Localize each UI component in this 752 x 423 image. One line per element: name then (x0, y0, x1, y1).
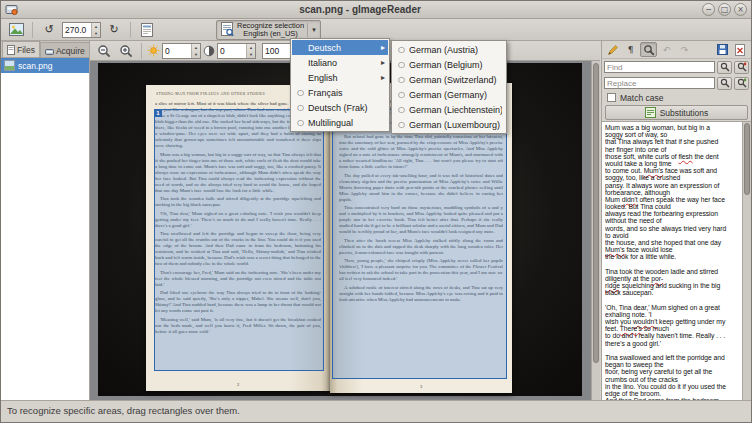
strip-linebreaks-button[interactable]: ¶ (622, 42, 639, 57)
replace-all-button[interactable] (734, 77, 749, 90)
output-word: squelching and sucking in the big (620, 282, 720, 289)
rotation-spinbox[interactable]: 270.0 ▲▼ (62, 22, 101, 38)
toolbar-separator (32, 22, 33, 38)
output-word: Mum's (644, 167, 664, 174)
menu-item-deutsch[interactable]: Deutsch▸ (292, 40, 388, 55)
menu-item-label: German (Switzerland) (409, 75, 502, 85)
tab-files-label: Files (17, 45, 35, 55)
clear-output-button[interactable] (732, 42, 749, 57)
tab-files[interactable]: Files (2, 41, 40, 57)
file-list[interactable]: scan.png (1, 58, 89, 400)
open-button[interactable] (5, 20, 27, 40)
menu-item-multilingual[interactable]: ○Multilingual (292, 115, 388, 130)
substitutions-button[interactable]: Substitutions (605, 105, 748, 120)
replace-input[interactable] (604, 77, 715, 89)
resolution-value: 100 (263, 44, 291, 58)
output-line: began to sweep the (605, 361, 741, 368)
page-controls-button[interactable] (136, 20, 158, 40)
recognize-language: English (en_US) (237, 30, 304, 38)
menu-item-german-austria[interactable]: ○German (Austria) (393, 42, 505, 57)
selection-box-2[interactable]: 2 (332, 109, 507, 379)
recognize-button[interactable]: Recognize selection English (en_US) ▾ (216, 20, 321, 40)
menu-item-label: German (Germany) (409, 90, 502, 100)
submenu-arrow-icon: ▸ (377, 58, 385, 67)
match-case-checkbox[interactable] (607, 93, 616, 102)
substitutions-icon (645, 107, 656, 118)
menu-item-german-luxembourg[interactable]: ○German (Luxembourg) (393, 117, 505, 132)
output-line: 'Oh, Tina dear,' Mum sighed on a great (605, 304, 741, 311)
output-line: soggy, too, like a crushed (605, 174, 741, 181)
scrollbar-thumb[interactable] (593, 63, 599, 363)
output-word: always read the forbearing expression (605, 210, 718, 217)
status-bar: To recognize specific areas, drag rectan… (1, 400, 751, 422)
output-word: edge of the broom. (605, 390, 661, 397)
rotate-right-button[interactable]: ↻ (103, 20, 125, 40)
menu-item-german-liechtenstein[interactable]: ○German (Liechtenstein) (393, 102, 505, 117)
output-line: would take a long time (605, 160, 741, 167)
menu-item-fran-ais[interactable]: ○Français (292, 85, 388, 100)
find-next-button[interactable] (734, 61, 749, 74)
file-list-item[interactable]: scan.png (1, 58, 89, 73)
selection-box-1[interactable]: 1 (154, 109, 324, 371)
menu-item-english[interactable]: English▸ (292, 70, 388, 85)
output-textarea[interactable]: Mum was a big woman, but big in asoggy s… (602, 121, 751, 400)
output-word: without the need of (605, 217, 662, 224)
close-button[interactable]: × (734, 3, 747, 16)
zoom-in-button[interactable] (116, 42, 136, 60)
recognize-menu-arrow[interactable]: ▾ (307, 23, 316, 37)
save-output-button[interactable] (714, 42, 731, 57)
output-word: would take a long time (605, 160, 672, 167)
output-word: 'Oh, Tina dear,' Mum sighed on a great (605, 304, 720, 311)
output-line: wish you wouldn't keep getting under my (605, 318, 741, 325)
redo-button[interactable]: ↷ (676, 42, 693, 57)
undo-button[interactable]: ↶ (658, 42, 675, 57)
output-line (605, 297, 741, 304)
match-case-label: Match case (620, 93, 663, 103)
radio-indicator: ○ (396, 60, 407, 69)
output-word: Mum was a big woman, but big in a (605, 124, 710, 131)
match-case-row: Match case (602, 91, 751, 104)
spin-arrows[interactable]: ▲▼ (191, 44, 200, 58)
menu-item-label: German (Belgium) (409, 60, 502, 70)
output-word: looked. But Tina could (605, 203, 671, 210)
image-file-icon (4, 60, 15, 71)
acquire-icon (45, 47, 54, 55)
output-word: keep getting under my (657, 318, 725, 325)
german-submenu: ○German (Austria)○German (Belgium)○Germa… (391, 40, 507, 134)
scrollbar-thumb[interactable] (744, 123, 750, 195)
menu-item-italiano[interactable]: Italiano▸ (292, 55, 388, 70)
output-scrollbar[interactable] (742, 122, 751, 400)
insert-mode-button[interactable] (604, 42, 621, 57)
menu-item-deutsch-frak[interactable]: ○Deutsch (Frak) (292, 100, 388, 115)
spin-arrows[interactable]: ▲▼ (91, 23, 100, 37)
find-prev-button[interactable] (717, 61, 732, 74)
titlebar: scan.png - gImageReader − □ × (1, 1, 751, 19)
minimize-button[interactable]: − (702, 3, 715, 16)
menu-item-german-belgium[interactable]: ○German (Belgium) (393, 57, 505, 72)
rotate-left-button[interactable]: ↺ (38, 20, 60, 40)
contrast-spinbox[interactable]: 0 ▲▼ (217, 43, 256, 59)
menu-item-german-switzerland[interactable]: ○German (Switzerland) (393, 72, 505, 87)
menu-item-label: Deutsch (308, 43, 375, 53)
output-line: to do and I really haven't time. Really … (605, 332, 741, 339)
spin-arrows[interactable]: ▲▼ (246, 44, 255, 58)
output-toolbar: ¶ ↶ ↷ (602, 41, 751, 59)
output-word: to avoid (605, 232, 628, 239)
output-word: wish you (605, 318, 633, 325)
output-line: there's a good girl.' (605, 340, 741, 347)
output-text[interactable]: Mum was a big woman, but big in asoggy s… (605, 124, 741, 400)
tab-acquire-label: Acquire (56, 46, 85, 56)
output-line: Tina swallowed and left the porridge and (605, 354, 741, 361)
output-word: por- (651, 275, 663, 282)
canvas-vertical-scrollbar[interactable] (591, 61, 600, 400)
maximize-button[interactable]: □ (718, 3, 731, 16)
tab-acquire[interactable]: Acquire (40, 42, 90, 57)
menu-item-label: Deutsch (Frak) (308, 103, 375, 113)
menu-item-german-germany[interactable]: ○German (Germany) (393, 87, 505, 102)
find-replace-button[interactable] (640, 42, 657, 57)
zoom-out-button[interactable] (94, 42, 114, 60)
find-input[interactable] (604, 61, 715, 73)
brightness-spinbox[interactable]: 0 ▲▼ (162, 43, 201, 59)
replace-button[interactable] (717, 77, 732, 90)
output-word: words, and so she always tried very hard (605, 225, 726, 232)
